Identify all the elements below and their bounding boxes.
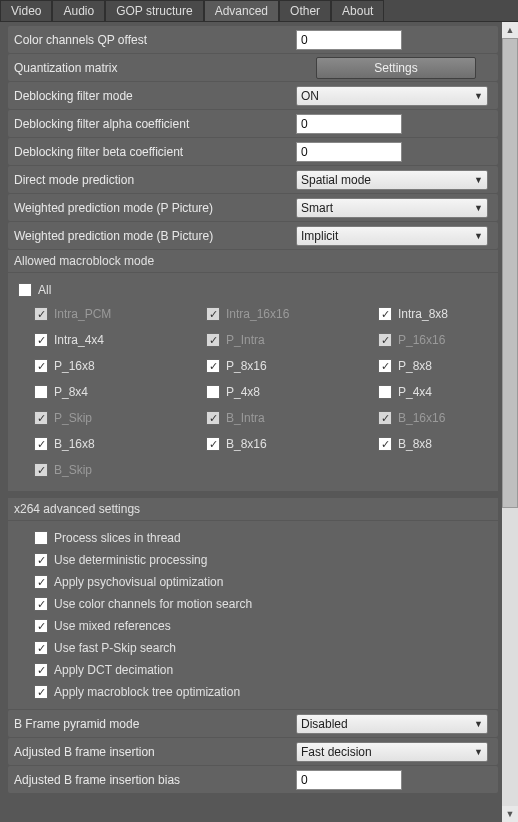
settings-window: Video Audio GOP structure Advanced Other…: [0, 0, 518, 822]
input-deblock-beta[interactable]: [296, 142, 402, 162]
label-qmatrix: Quantization matrix: [8, 61, 296, 75]
checkbox-p-8x4[interactable]: [34, 385, 48, 399]
checkbox-p-8x8[interactable]: [378, 359, 392, 373]
label-b-intra: B_Intra: [226, 411, 265, 425]
tab-gop[interactable]: GOP structure: [105, 0, 203, 21]
label-p-8x16: P_8x16: [226, 359, 267, 373]
input-color-qp[interactable]: [296, 30, 402, 50]
section-macroblock-head: Allowed macroblock mode: [8, 250, 498, 272]
chevron-down-icon: ▼: [474, 175, 483, 185]
advanced-tab-panel: Color channels QP offest Quantization ma…: [0, 22, 502, 822]
checkbox-deterministic[interactable]: [34, 553, 48, 567]
checkbox-b-16x8[interactable]: [34, 437, 48, 451]
label-color-qp: Color channels QP offest: [8, 33, 296, 47]
label-chroma: Use color channels for motion search: [54, 597, 252, 611]
checkbox-b-8x8[interactable]: [378, 437, 392, 451]
label-p-16x8: P_16x8: [54, 359, 95, 373]
label-deblock-alpha: Deblocking filter alpha coefficient: [8, 117, 296, 131]
select-wp-b-value: Implicit: [301, 229, 338, 243]
scroll-thumb[interactable]: [502, 38, 518, 508]
select-wp-p-value: Smart: [301, 201, 333, 215]
checkbox-intra-4x4[interactable]: [34, 333, 48, 347]
button-qmatrix-settings[interactable]: Settings: [316, 57, 476, 79]
input-adj-b-bias[interactable]: [296, 770, 402, 790]
checkbox-intra-16x16: [206, 307, 220, 321]
checkbox-p-intra: [206, 333, 220, 347]
checkbox-chroma[interactable]: [34, 597, 48, 611]
checkbox-p-4x8[interactable]: [206, 385, 220, 399]
scroll-up-icon[interactable]: [502, 22, 518, 38]
label-b-8x16: B_8x16: [226, 437, 267, 451]
label-bpyramid: B Frame pyramid mode: [8, 717, 296, 731]
select-bpyramid-value: Disabled: [301, 717, 348, 731]
label-deblock-beta: Deblocking filter beta coefficient: [8, 145, 296, 159]
section-macroblock: All Intra_PCM Intra_16x16 Intra_8x8 Intr…: [8, 273, 498, 491]
label-direct-mode: Direct mode prediction: [8, 173, 296, 187]
label-b-skip: B_Skip: [54, 463, 92, 477]
label-b-8x8: B_8x8: [398, 437, 432, 451]
select-bpyramid[interactable]: Disabled▼: [296, 714, 488, 734]
label-deterministic: Use deterministic processing: [54, 553, 207, 567]
checkbox-mixed[interactable]: [34, 619, 48, 633]
checkbox-p-4x4[interactable]: [378, 385, 392, 399]
checkbox-pskip[interactable]: [34, 641, 48, 655]
label-psy: Apply psychovisual optimization: [54, 575, 223, 589]
scroll-down-icon[interactable]: [502, 806, 518, 822]
section-x264-head: x264 advanced settings: [8, 498, 498, 520]
checkbox-p-8x16[interactable]: [206, 359, 220, 373]
checkbox-threads[interactable]: [34, 531, 48, 545]
chevron-down-icon: ▼: [474, 203, 483, 213]
checkbox-intra-8x8[interactable]: [378, 307, 392, 321]
label-wp-b: Weighted prediction mode (B Picture): [8, 229, 296, 243]
label-b-16x16: B_16x16: [398, 411, 445, 425]
input-deblock-alpha[interactable]: [296, 114, 402, 134]
checkbox-psy[interactable]: [34, 575, 48, 589]
checkbox-mbtree[interactable]: [34, 685, 48, 699]
select-wp-b[interactable]: Implicit▼: [296, 226, 488, 246]
select-wp-p[interactable]: Smart▼: [296, 198, 488, 218]
label-p-8x4: P_8x4: [54, 385, 88, 399]
select-deblock-mode-value: ON: [301, 89, 319, 103]
label-threads: Process slices in thread: [54, 531, 181, 545]
checkbox-dct[interactable]: [34, 663, 48, 677]
label-intra-16x16: Intra_16x16: [226, 307, 289, 321]
label-p-4x8: P_4x8: [226, 385, 260, 399]
tab-about[interactable]: About: [331, 0, 384, 21]
tab-bar: Video Audio GOP structure Advanced Other…: [0, 0, 518, 22]
checkbox-b-16x16: [378, 411, 392, 425]
checkbox-p-16x8[interactable]: [34, 359, 48, 373]
label-dct: Apply DCT decimation: [54, 663, 173, 677]
section-x264: Process slices in thread Use determinist…: [8, 521, 498, 709]
label-adj-b: Adjusted B frame insertion: [8, 745, 296, 759]
checkbox-b-8x16[interactable]: [206, 437, 220, 451]
label-all: All: [38, 283, 51, 297]
label-adj-b-bias: Adjusted B frame insertion bias: [8, 773, 296, 787]
select-direct-mode[interactable]: Spatial mode▼: [296, 170, 488, 190]
label-mixed: Use mixed references: [54, 619, 171, 633]
chevron-down-icon: ▼: [474, 231, 483, 241]
select-deblock-mode[interactable]: ON▼: [296, 86, 488, 106]
label-intra-pcm: Intra_PCM: [54, 307, 111, 321]
label-p-4x4: P_4x4: [398, 385, 432, 399]
select-direct-mode-value: Spatial mode: [301, 173, 371, 187]
checkbox-p-16x16: [378, 333, 392, 347]
label-pskip: Use fast P-Skip search: [54, 641, 176, 655]
chevron-down-icon: ▼: [474, 719, 483, 729]
label-p-intra: P_Intra: [226, 333, 265, 347]
tab-audio[interactable]: Audio: [52, 0, 105, 21]
select-adj-b[interactable]: Fast decision▼: [296, 742, 488, 762]
label-wp-p: Weighted prediction mode (P Picture): [8, 201, 296, 215]
label-p-skip: P_Skip: [54, 411, 92, 425]
label-intra-8x8: Intra_8x8: [398, 307, 448, 321]
vertical-scrollbar[interactable]: [502, 22, 518, 822]
tab-video[interactable]: Video: [0, 0, 52, 21]
label-mbtree: Apply macroblock tree optimization: [54, 685, 240, 699]
tab-other[interactable]: Other: [279, 0, 331, 21]
checkbox-all[interactable]: [18, 283, 32, 297]
checkbox-p-skip: [34, 411, 48, 425]
checkbox-b-intra: [206, 411, 220, 425]
tab-advanced[interactable]: Advanced: [204, 0, 279, 21]
checkbox-b-skip: [34, 463, 48, 477]
label-intra-4x4: Intra_4x4: [54, 333, 104, 347]
chevron-down-icon: ▼: [474, 91, 483, 101]
